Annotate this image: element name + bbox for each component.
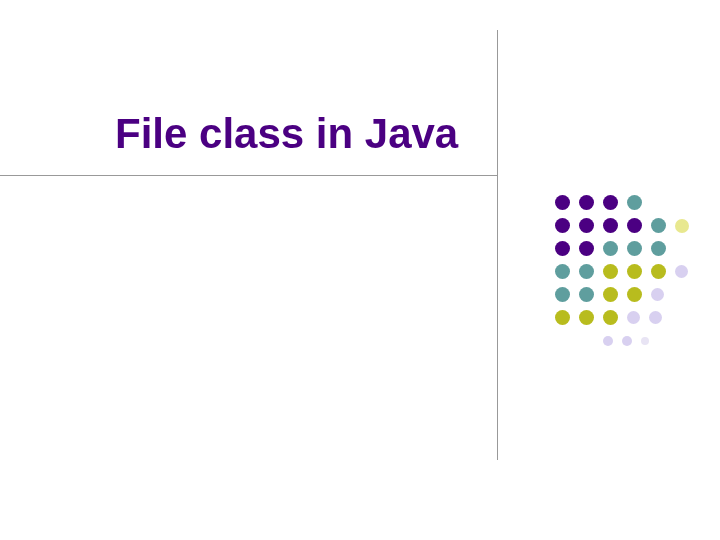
horizontal-divider — [0, 175, 497, 176]
slide-title: File class in Java — [115, 110, 458, 158]
vertical-divider — [497, 30, 498, 460]
decorative-dot-grid — [555, 195, 689, 356]
